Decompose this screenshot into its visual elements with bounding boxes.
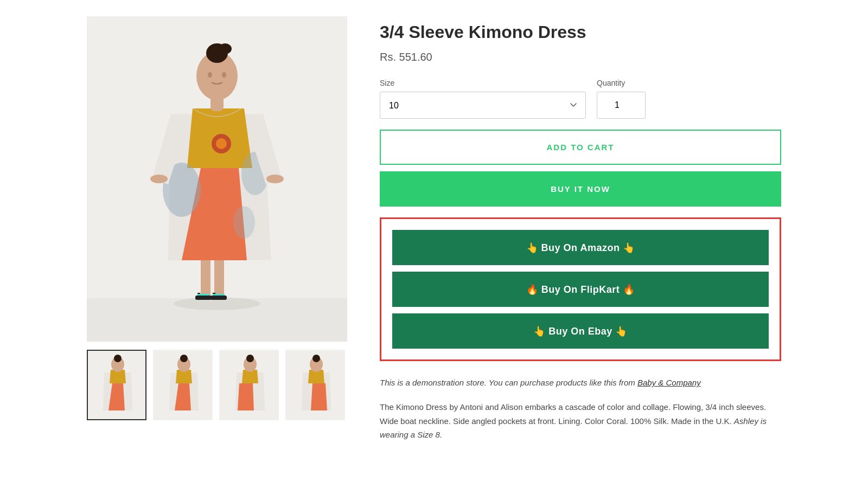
buy-flipkart-button[interactable]: 🔥 Buy On FlipKart 🔥 — [392, 272, 769, 307]
svg-point-42 — [180, 355, 188, 362]
svg-point-26 — [219, 43, 232, 54]
svg-point-36 — [114, 355, 122, 362]
size-label: Size — [380, 79, 586, 87]
svg-point-27 — [208, 72, 212, 78]
svg-point-22 — [266, 175, 284, 183]
svg-marker-45 — [238, 383, 254, 410]
size-select[interactable]: 6 8 10 12 14 16 — [380, 92, 586, 119]
main-product-image — [87, 16, 347, 342]
svg-rect-7 — [197, 294, 209, 296]
buy-ebay-button[interactable]: 👆 Buy On Ebay 👆 — [392, 313, 769, 349]
buy-now-button[interactable]: BUY IT NOW — [380, 171, 781, 207]
svg-rect-3 — [201, 255, 210, 298]
quantity-label: Quantity — [597, 79, 646, 87]
svg-rect-9 — [213, 293, 215, 299]
svg-marker-51 — [311, 383, 327, 410]
buy-amazon-button[interactable]: 👆 Buy On Amazon 👆 — [392, 230, 769, 265]
page-container: 3/4 Sleeve Kimono Dress Rs. 551.60 Size … — [54, 0, 814, 458]
product-price: Rs. 551.60 — [380, 51, 781, 63]
svg-point-18 — [216, 138, 227, 149]
product-layout: 3/4 Sleeve Kimono Dress Rs. 551.60 Size … — [87, 16, 781, 442]
demo-link[interactable]: Baby & Company — [637, 378, 701, 387]
svg-point-20 — [150, 175, 168, 183]
size-field-group: Size 6 8 10 12 14 16 — [380, 79, 586, 119]
product-image-section — [87, 16, 347, 420]
svg-rect-10 — [213, 294, 225, 296]
add-to-cart-button[interactable]: ADD TO CART — [380, 130, 781, 165]
product-description: The Kimono Dress by Antoni and Alison em… — [380, 400, 781, 442]
product-title: 3/4 Sleeve Kimono Dress — [380, 22, 781, 42]
thumbnail-4[interactable] — [285, 350, 345, 420]
svg-rect-6 — [197, 293, 200, 299]
thumbnail-3[interactable] — [219, 350, 279, 420]
thumbnail-1[interactable] — [87, 350, 146, 420]
demo-notice: This is a demonstration store. You can p… — [380, 376, 781, 389]
thumbnail-row — [87, 350, 347, 420]
marketplace-box: 👆 Buy On Amazon 👆 🔥 Buy On FlipKart 🔥 👆 … — [380, 217, 781, 361]
svg-point-54 — [312, 355, 320, 362]
svg-rect-4 — [214, 255, 224, 298]
size-quantity-row: Size 6 8 10 12 14 16 Quantity — [380, 79, 781, 119]
thumbnail-2[interactable] — [153, 350, 213, 420]
svg-point-16 — [233, 206, 255, 239]
svg-point-28 — [222, 72, 226, 78]
svg-point-48 — [246, 355, 254, 362]
quantity-input[interactable] — [597, 92, 646, 119]
product-details-section: 3/4 Sleeve Kimono Dress Rs. 551.60 Size … — [380, 16, 781, 442]
quantity-field-group: Quantity — [597, 79, 646, 119]
main-image-wrapper — [87, 16, 347, 342]
